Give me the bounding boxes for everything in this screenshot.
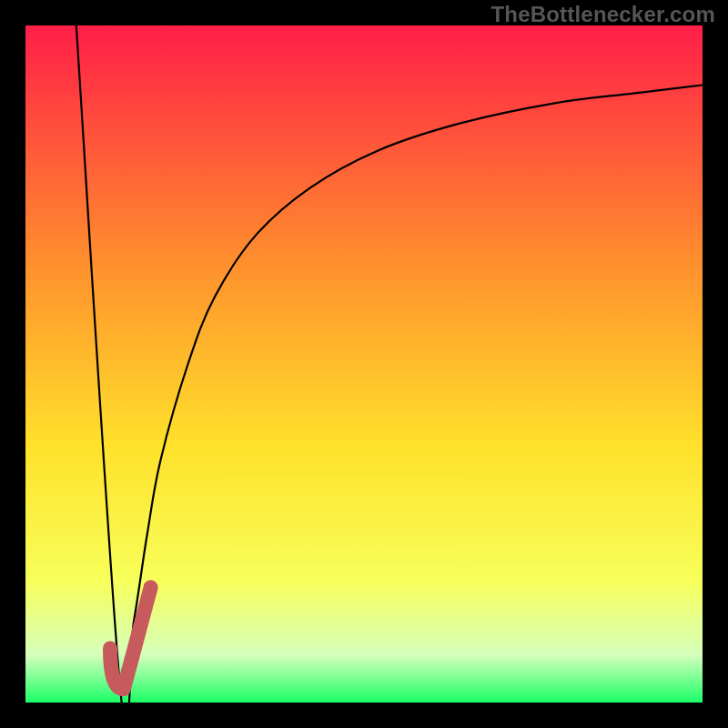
- chart-svg: [0, 0, 728, 728]
- plot-area: [25, 25, 703, 703]
- chart-frame: TheBottlenecker.com: [0, 0, 728, 728]
- watermark-text: TheBottlenecker.com: [490, 2, 715, 27]
